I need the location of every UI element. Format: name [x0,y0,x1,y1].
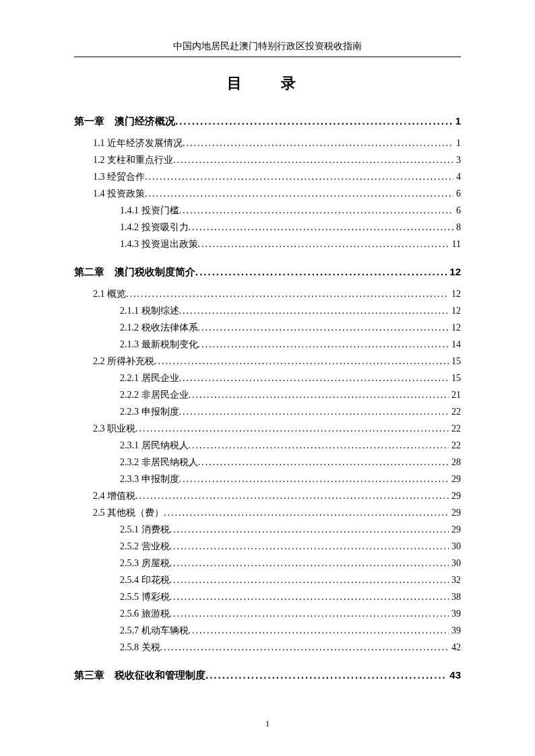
toc-entry-page: 39 [449,605,461,622]
toc-entry-page: 1 [453,112,461,129]
toc-entry: 2.5 其他税（费）29 [74,504,461,521]
toc-entry: 2.5.4 印花税32 [74,572,461,588]
toc-leader-dots [164,504,449,521]
toc-entry-page: 32 [449,572,461,588]
toc-entry-label: 1.3 经贸合作 [93,168,145,185]
toc-entry: 2.5.2 营业税30 [74,538,461,555]
toc-entry-page: 12 [449,285,461,302]
toc-entry: 2.3.3 申报制度29 [74,471,461,487]
toc-entry-label: 2.1 概览 [93,285,126,302]
toc-entry: 2.3.1 居民纳税人22 [74,437,461,454]
toc-entry-label: 2.5.8 关税 [120,639,160,656]
toc-entry: 第三章 税收征收和管理制度43 [74,666,461,683]
toc-entry: 2.2 所得补充税15 [74,353,461,370]
toc-leader-dots [179,471,449,487]
toc-entry-page: 22 [449,437,461,454]
toc-leader-dots [170,521,449,538]
toc-entry: 1.4.3 投资退出政策11 [74,236,461,252]
toc-leader-dots [170,572,449,588]
toc-entry-label: 1.4.2 投资吸引力 [120,219,189,236]
toc-entry-label: 2.1.3 最新税制变化 [120,336,198,353]
toc-entry-page: 22 [449,420,461,437]
toc-entry: 第二章 澳门税收制度简介12 [74,263,461,280]
toc-entry: 2.5.8 关税42 [74,639,461,656]
toc-entry-page: 29 [449,471,461,487]
toc-entry-label: 2.3 职业税 [93,420,135,437]
toc-entry-page: 14 [449,336,461,353]
toc-entry: 2.5.6 旅游税39 [74,605,461,622]
toc-entry: 2.1.1 税制综述12 [74,302,461,319]
toc-entry-label: 2.1.1 税制综述 [120,302,179,319]
page-number: 1 [0,718,535,729]
toc-leader-dots [145,168,453,185]
toc-leader-dots [198,319,449,336]
toc-entry-page: 12 [447,263,461,280]
toc-entry-label: 2.3.3 申报制度 [120,471,179,487]
document-header: 中国内地居民赴澳门特别行政区投资税收指南 [74,40,461,53]
toc-entry-page: 3 [453,151,461,168]
toc-leader-dots [170,555,449,572]
toc-entry-label: 2.5.4 印花税 [120,572,170,588]
toc-entry-label: 1.4.1 投资门槛 [120,202,179,219]
toc-entry-page: 12 [449,302,461,319]
header-rule [74,57,461,57]
toc-entry-label: 2.5.3 房屋税 [120,555,170,572]
toc-entry-label: 第一章 澳门经济概况 [74,112,175,129]
toc-title: 目 录 [74,73,461,94]
toc-leader-dots [189,622,449,639]
table-of-contents: 第一章 澳门经济概况11.1 近年经济发展情况11.2 支柱和重点行业31.3 … [74,112,461,683]
toc-entry-page: 29 [449,504,461,521]
toc-leader-dots [135,420,449,437]
toc-entry-page: 11 [449,236,461,252]
toc-leader-dots [154,353,449,370]
toc-entry-page: 38 [449,588,461,605]
toc-entry: 2.4 增值税29 [74,487,461,504]
toc-entry-page: 30 [449,538,461,555]
toc-leader-dots [189,437,449,454]
toc-entry-label: 第二章 澳门税收制度简介 [74,263,195,280]
toc-entry-page: 28 [449,454,461,471]
toc-leader-dots [179,403,449,420]
toc-entry: 2.3 职业税22 [74,420,461,437]
toc-entry-page: 12 [449,319,461,336]
toc-entry-page: 1 [453,135,461,151]
toc-entry-page: 39 [449,622,461,639]
toc-entry: 2.2.2 非居民企业21 [74,386,461,403]
toc-entry: 1.3 经贸合作4 [74,168,461,185]
toc-entry-page: 15 [449,353,461,370]
toc-entry-label: 2.5.2 营业税 [120,538,170,555]
toc-entry: 1.2 支柱和重点行业3 [74,151,461,168]
toc-leader-dots [179,302,449,319]
toc-entry: 2.1 概览12 [74,285,461,302]
toc-leader-dots [198,336,449,353]
toc-leader-dots [179,370,449,386]
toc-entry: 2.3.2 非居民纳税人28 [74,454,461,471]
toc-leader-dots [145,185,453,202]
toc-entry-label: 2.4 增值税 [93,487,135,504]
toc-entry-page: 6 [453,185,461,202]
toc-entry-page: 29 [449,521,461,538]
toc-leader-dots [195,263,447,280]
toc-entry-page: 42 [449,639,461,656]
toc-entry-label: 2.3.1 居民纳税人 [120,437,189,454]
toc-entry-page: 22 [449,403,461,420]
toc-entry-label: 2.2.2 非居民企业 [120,386,189,403]
toc-entry: 第一章 澳门经济概况1 [74,112,461,129]
toc-entry-label: 2.5.1 消费税 [120,521,170,538]
toc-leader-dots [175,112,453,129]
toc-leader-dots [135,487,449,504]
toc-entry-page: 4 [453,168,461,185]
toc-entry-page: 43 [447,666,461,683]
toc-leader-dots [173,151,453,168]
toc-entry-page: 6 [453,202,461,219]
toc-leader-dots [126,285,449,302]
toc-entry-label: 1.4.3 投资退出政策 [120,236,198,252]
toc-entry-page: 8 [453,219,461,236]
toc-entry: 2.1.2 税收法律体系12 [74,319,461,336]
toc-entry: 2.5.3 房屋税30 [74,555,461,572]
toc-entry-label: 1.1 近年经济发展情况 [93,135,183,151]
toc-leader-dots [189,386,449,403]
toc-entry: 2.5.5 博彩税38 [74,588,461,605]
toc-entry-label: 2.2 所得补充税 [93,353,154,370]
toc-entry-page: 30 [449,555,461,572]
